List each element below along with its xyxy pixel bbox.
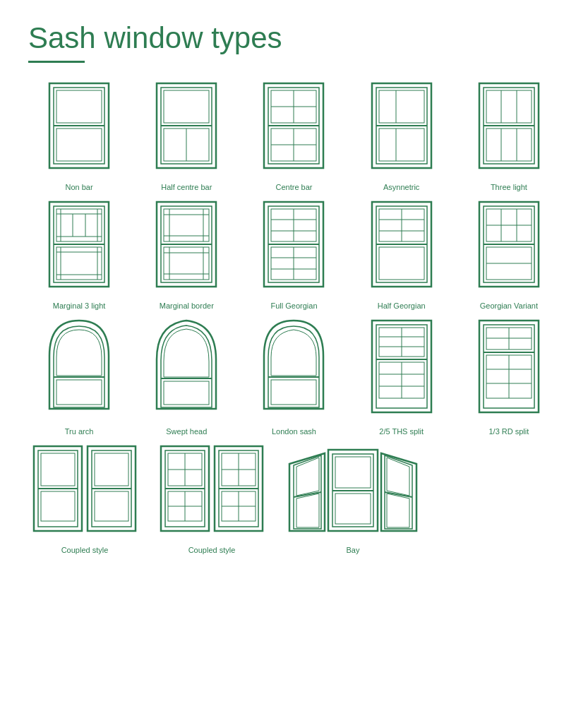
page-title: Sash window types (28, 21, 560, 55)
label-asynnetric: Asynnetric (383, 183, 419, 191)
svg-marker-161 (387, 494, 409, 527)
label-half-centre-bar: Half centre bar (161, 183, 212, 191)
window-half-georgian: Half Georgian (351, 198, 452, 310)
label-bay: Bay (347, 546, 360, 554)
window-georgian-variant: Georgian Variant (458, 198, 560, 310)
svg-rect-33 (486, 129, 532, 161)
label-half-georgian: Half Georgian (378, 301, 426, 310)
label-full-georgian: Full Georgian (270, 301, 317, 310)
svg-rect-151 (335, 494, 371, 524)
svg-rect-97 (271, 380, 316, 405)
label-centre-bar: Centre bar (276, 183, 313, 191)
svg-rect-30 (486, 90, 532, 123)
window-coupled-style-2: Coupled style (155, 443, 268, 554)
window-asynnetric: Asynnetric (351, 80, 452, 191)
row-4: Coupled style Coupled style (28, 443, 560, 554)
label-three-light: Three light (491, 183, 527, 191)
svg-rect-3 (56, 90, 102, 123)
svg-rect-150 (335, 457, 371, 488)
label-swept-head: Swept head (166, 427, 207, 436)
window-three-light: Three light (458, 80, 560, 191)
window-non-bar: Non bar (28, 80, 130, 191)
window-full-georgian: Full Georgian (243, 198, 344, 310)
svg-rect-82 (379, 247, 424, 280)
label-marginal-3-light: Marginal 3 light (53, 301, 106, 310)
svg-rect-54 (164, 209, 209, 241)
window-centre-bar: Centre bar (243, 80, 344, 191)
svg-rect-128 (95, 491, 128, 521)
row-3: Tru arch Swept head London sash (28, 317, 560, 436)
svg-rect-4 (56, 129, 102, 161)
window-marginal-border: Marginal border (136, 198, 237, 310)
svg-rect-122 (41, 453, 75, 486)
svg-rect-8 (164, 90, 209, 123)
svg-rect-95 (164, 381, 209, 405)
label-non-bar: Non bar (66, 183, 93, 191)
label-marginal-border: Marginal border (160, 301, 214, 310)
title-underline (28, 61, 85, 63)
svg-rect-127 (95, 453, 128, 486)
window-bay: Bay (282, 443, 424, 554)
label-georgian-variant: Georgian Variant (480, 301, 538, 310)
svg-marker-156 (296, 494, 319, 527)
window-1-3-rd-split: 1/3 RD split (458, 317, 560, 436)
svg-rect-123 (41, 491, 75, 521)
svg-rect-25 (379, 129, 424, 161)
label-2-5-ths-split: 2/5 THS split (379, 427, 424, 436)
row-1: Non bar Half centre bar (28, 80, 560, 191)
label-tru-arch: Tru arch (65, 427, 94, 436)
row-2: Marginal 3 light Marginal border (28, 198, 560, 310)
label-london-sash: London sash (272, 427, 316, 436)
svg-rect-93 (56, 380, 102, 405)
window-2-5-ths-split: 2/5 THS split (351, 317, 452, 436)
svg-rect-59 (164, 247, 209, 280)
window-swept-head: Swept head (136, 317, 237, 436)
window-tru-arch: Tru arch (28, 317, 130, 436)
label-coupled-style-2: Coupled style (188, 546, 236, 554)
window-marginal-3-light: Marginal 3 light (28, 198, 130, 310)
window-london-sash: London sash (243, 317, 344, 436)
label-coupled-style-1: Coupled style (61, 546, 109, 554)
window-half-centre-bar: Half centre bar (136, 80, 237, 191)
label-1-3-rd-split: 1/3 RD split (488, 427, 529, 436)
window-coupled-style-1: Coupled style (28, 443, 141, 554)
svg-rect-23 (379, 90, 424, 123)
